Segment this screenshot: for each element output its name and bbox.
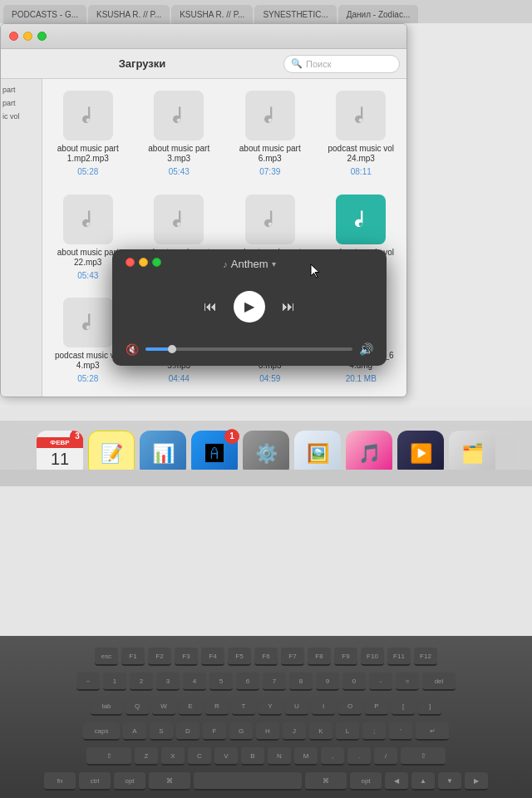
- file-icon: [63, 91, 113, 140]
- key[interactable]: F11: [387, 648, 411, 666]
- key[interactable]: ~: [76, 672, 100, 691]
- key[interactable]: S: [150, 722, 173, 741]
- key[interactable]: fn: [44, 772, 76, 791]
- key[interactable]: F: [203, 722, 226, 741]
- player-progress-bar[interactable]: 🔇 🔊: [126, 342, 373, 356]
- key[interactable]: ;: [362, 722, 386, 741]
- key[interactable]: ⇧: [401, 747, 446, 766]
- key[interactable]: F12: [414, 648, 437, 666]
- key[interactable]: ]: [418, 697, 441, 716]
- key[interactable]: X: [161, 747, 185, 766]
- key[interactable]: opt: [114, 772, 145, 791]
- key[interactable]: F5: [228, 648, 251, 666]
- file-item[interactable]: about music part 3.mp3 05:43: [137, 86, 222, 183]
- key[interactable]: N: [268, 747, 291, 766]
- key[interactable]: ⇧: [86, 747, 131, 766]
- key[interactable]: F8: [308, 648, 331, 666]
- file-item[interactable]: podcast music vol 24.mp3 08:11: [319, 86, 404, 183]
- file-icon: [245, 91, 295, 140]
- key[interactable]: del: [422, 672, 456, 691]
- browser-tab-2[interactable]: KSUSHA R. // P...: [88, 5, 170, 23]
- key[interactable]: F9: [334, 648, 357, 666]
- key[interactable]: 3: [156, 672, 180, 691]
- key[interactable]: caps: [83, 722, 120, 741]
- key[interactable]: ↵: [416, 722, 449, 741]
- maximize-button[interactable]: [37, 32, 47, 41]
- key[interactable]: L: [336, 722, 359, 741]
- key[interactable]: H: [256, 722, 279, 741]
- key[interactable]: I: [312, 697, 335, 716]
- key[interactable]: 6: [236, 672, 259, 691]
- key[interactable]: K: [309, 722, 332, 741]
- file-item[interactable]: about music part 6.mp3 07:39: [228, 86, 313, 183]
- key[interactable]: /: [374, 747, 397, 766]
- key[interactable]: tab: [91, 697, 122, 716]
- key[interactable]: D: [176, 722, 200, 741]
- key[interactable]: O: [338, 697, 362, 716]
- key[interactable]: J: [283, 722, 306, 741]
- progress-track[interactable]: [145, 347, 352, 351]
- key[interactable]: ,: [321, 747, 344, 766]
- browser-tab-1[interactable]: PODCASTS - G...: [3, 5, 86, 23]
- key[interactable]: ': [389, 722, 412, 741]
- key[interactable]: -: [369, 672, 392, 691]
- key[interactable]: P: [365, 697, 388, 716]
- browser-tab-4[interactable]: SYNESTHETIC...: [254, 5, 336, 23]
- key[interactable]: Q: [126, 697, 149, 716]
- key[interactable]: ⌘: [149, 772, 190, 791]
- key[interactable]: F7: [281, 648, 304, 666]
- rewind-button[interactable]: ⏮: [204, 299, 217, 314]
- key[interactable]: Y: [259, 697, 282, 716]
- player-minimize-button[interactable]: [139, 258, 148, 267]
- browser-tab-5[interactable]: Данил - Zodiac...: [338, 5, 419, 23]
- close-button[interactable]: [9, 32, 18, 41]
- key[interactable]: F6: [254, 648, 278, 666]
- key[interactable]: C: [188, 747, 211, 766]
- key[interactable]: ▼: [438, 772, 461, 791]
- key[interactable]: 0: [342, 672, 366, 691]
- key[interactable]: U: [285, 697, 308, 716]
- browser-tab-3[interactable]: KSUSHA R. // P...: [171, 5, 253, 23]
- key[interactable]: T: [232, 697, 255, 716]
- player-maximize-button[interactable]: [152, 258, 161, 267]
- key[interactable]: Z: [135, 747, 158, 766]
- key[interactable]: 5: [209, 672, 233, 691]
- key[interactable]: [: [392, 697, 415, 716]
- key[interactable]: R: [205, 697, 229, 716]
- key[interactable]: E: [179, 697, 202, 716]
- key[interactable]: G: [229, 722, 253, 741]
- key[interactable]: A: [123, 722, 146, 741]
- key[interactable]: 7: [263, 672, 286, 691]
- key[interactable]: V: [214, 747, 238, 766]
- key[interactable]: F2: [148, 648, 171, 666]
- key[interactable]: 8: [289, 672, 313, 691]
- finder-search-box[interactable]: 🔍 Поиск: [283, 55, 400, 73]
- minimize-button[interactable]: [23, 32, 32, 41]
- key[interactable]: F3: [175, 648, 198, 666]
- key[interactable]: opt: [350, 772, 382, 791]
- player-close-button[interactable]: [126, 258, 135, 267]
- key[interactable]: ▶: [465, 772, 488, 791]
- key[interactable]: .: [347, 747, 371, 766]
- key[interactable]: W: [152, 697, 175, 716]
- forward-button[interactable]: ⏭: [282, 299, 295, 314]
- finder-titlebar: [1, 24, 406, 49]
- key[interactable]: 1: [103, 672, 126, 691]
- key[interactable]: [194, 772, 302, 791]
- key[interactable]: esc: [95, 648, 118, 666]
- key[interactable]: =: [396, 672, 419, 691]
- key[interactable]: M: [294, 747, 318, 766]
- key[interactable]: 2: [130, 672, 153, 691]
- key[interactable]: ▲: [411, 772, 435, 791]
- key[interactable]: ◀: [385, 772, 408, 791]
- key[interactable]: 4: [183, 672, 206, 691]
- key[interactable]: ⌘: [305, 772, 347, 791]
- key[interactable]: F1: [121, 648, 145, 666]
- key[interactable]: B: [241, 747, 264, 766]
- key[interactable]: F4: [201, 648, 224, 666]
- key[interactable]: F10: [361, 648, 384, 666]
- key[interactable]: ctrl: [79, 772, 111, 791]
- file-item[interactable]: about music part 1.mp2.mp3 05:28: [46, 86, 131, 183]
- key[interactable]: 9: [316, 672, 339, 691]
- play-button[interactable]: ▶: [234, 291, 265, 323]
